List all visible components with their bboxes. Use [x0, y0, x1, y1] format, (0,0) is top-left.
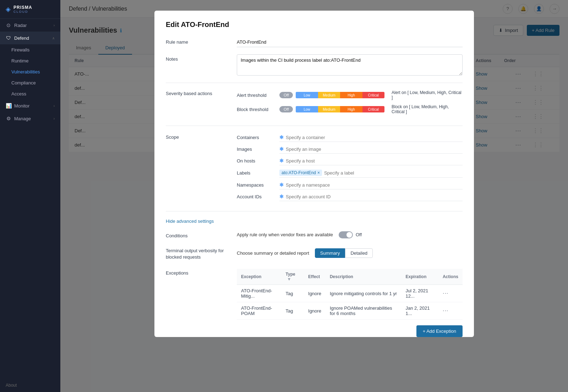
exceptions-row: Exceptions Exception Type ▼ Ef [166, 269, 463, 337]
scope-star-icon-2: ✱ [279, 146, 284, 152]
labels-input[interactable] [324, 170, 463, 176]
scope-namespaces-label: Namespaces [237, 182, 279, 188]
exception-row-0: ATO-FrontEnd-Mitig... Tag Ignore Ignore … [237, 285, 463, 302]
tag-close-icon[interactable]: × [317, 170, 320, 175]
scope-namespaces-row: Namespaces ✱ [237, 181, 463, 189]
filter-icon[interactable]: ▼ [287, 277, 291, 282]
scope-star-icon-4: ✱ [279, 182, 284, 188]
sidebar-about[interactable]: About [0, 379, 60, 392]
divider-1 [166, 83, 463, 83]
block-slider-bar[interactable]: Low Medium High Critical [296, 106, 384, 112]
notes-label: Notes [166, 54, 237, 62]
block-low-seg: Low [296, 106, 318, 112]
scope-labels-row: Labels ato:ATO-FrontEnd × [237, 168, 463, 178]
block-critical-seg: Critical [362, 106, 384, 112]
hosts-input[interactable] [286, 158, 463, 164]
exceptions-label: Exceptions [166, 269, 237, 276]
rule-name-input[interactable] [237, 37, 463, 47]
sidebar-item-label-monitor: Monitor [14, 103, 29, 109]
label-tag-chip: ato:ATO-FrontEnd × [279, 170, 322, 176]
notes-row: Notes [166, 54, 463, 76]
scope-star-icon-3: ✱ [279, 158, 284, 164]
rule-name-label: Rule name [166, 37, 237, 45]
sidebar-item-radar[interactable]: ⊙ Radar › [0, 19, 60, 32]
toggle-track[interactable] [339, 231, 353, 238]
alert-slider-bar[interactable]: Low Medium High Critical [296, 92, 384, 98]
exceptions-header: Exception Type ▼ Effect Description Expi… [237, 269, 463, 285]
sidebar-item-monitor[interactable]: 📊 Monitor › [0, 99, 60, 112]
severity-label: Severity based actions [166, 90, 237, 96]
sidebar-item-defend[interactable]: 🛡 Defend ∧ [0, 32, 60, 44]
namespaces-input[interactable] [286, 182, 463, 188]
col-exception: Exception [237, 269, 282, 285]
toggle-thumb [346, 232, 352, 238]
severity-section: Severity based actions Alert threshold O… [166, 90, 463, 118]
verbosity-summary-btn[interactable]: Summary [315, 248, 345, 258]
alert-high-seg: High [340, 92, 362, 98]
scope-star-icon: ✱ [279, 134, 284, 140]
logo-sub: CLOUD [13, 10, 32, 13]
scope-containers-label: Containers [237, 135, 279, 140]
sidebar: ◈ PRISMA CLOUD ⊙ Radar › 🛡 Defend ∧ Fire… [0, 0, 60, 392]
chevron-right-icon: › [54, 23, 55, 27]
scope-account-ids-row: Account IDs ✱ [237, 192, 463, 201]
block-off-badge: Off [279, 106, 293, 112]
sidebar-subitem-access[interactable]: Access [0, 88, 60, 99]
block-threshold-label: Block threshold [237, 107, 279, 112]
alert-critical-seg: Critical [362, 92, 384, 98]
account-ids-input[interactable] [286, 194, 463, 199]
col-expiration: Expiration [402, 269, 438, 285]
col-actions-header: Actions [438, 269, 463, 285]
exception-actions-1[interactable]: ··· [443, 308, 448, 314]
scope-row: Scope Containers ✱ Images ✱ [166, 133, 463, 204]
sidebar-item-manage[interactable]: ⚙ Manage › [0, 112, 60, 125]
alert-off-badge: Off [279, 92, 293, 98]
exceptions-table: Exception Type ▼ Effect Description Expi… [237, 269, 463, 320]
divider-2 [166, 126, 463, 126]
alert-low-seg: Low [296, 92, 318, 98]
modal-overlay: Edit ATO-FrontEnd Rule name Notes Severi… [60, 0, 568, 392]
notes-input[interactable] [237, 54, 463, 76]
add-exception-button[interactable]: + Add Exception [416, 325, 463, 337]
exception-row-1: ATO-FrontEnd-POAM Tag Ignore Ignore POAM… [237, 302, 463, 320]
containers-input[interactable] [286, 135, 463, 140]
toggle-switch[interactable]: Off [339, 231, 362, 238]
sidebar-subitem-vulnerabilities[interactable]: Vulnerabilities [0, 66, 60, 77]
conditions-label: Conditions [166, 231, 237, 238]
advanced-settings-link[interactable]: Hide advanced settings [166, 219, 214, 224]
scope-images-row: Images ✱ [237, 145, 463, 154]
chevron-down-icon: ∧ [52, 36, 55, 40]
chevron-right-monitor-icon: › [54, 104, 55, 108]
app-logo: ◈ PRISMA CLOUD [0, 0, 60, 19]
main-content: Defend / Vulnerabilities ? 🔔 👤 → Vulnera… [60, 0, 568, 392]
radar-icon: ⊙ [6, 22, 11, 28]
sidebar-item-label-radar: Radar [14, 23, 27, 28]
sidebar-subitem-firewalls[interactable]: Firewalls [0, 44, 60, 55]
alert-threshold-row: Alert threshold Off Low Medium High Crit… [237, 90, 463, 100]
logo-brand: PRISMA [13, 5, 32, 10]
alert-threshold-label: Alert threshold [237, 93, 279, 98]
scope-hosts-row: On hosts ✱ [237, 156, 463, 165]
label-tag-value: ato:ATO-FrontEnd [282, 170, 316, 175]
verbosity-detailed-btn[interactable]: Detailed [345, 248, 373, 258]
sidebar-subitem-compliance[interactable]: Compliance [0, 77, 60, 88]
edit-modal: Edit ATO-FrontEnd Rule name Notes Severi… [154, 11, 474, 337]
scope-labels-label: Labels [237, 170, 279, 176]
scope-images-label: Images [237, 147, 279, 152]
scope-containers-row: Containers ✱ [237, 133, 463, 142]
sidebar-item-label-manage: Manage [14, 116, 31, 121]
verbosity-label: Terminal output verbosity for blocked re… [166, 245, 237, 260]
sidebar-item-label-defend: Defend [14, 35, 29, 41]
scope-hosts-label: On hosts [237, 158, 279, 164]
col-type: Type ▼ [282, 269, 304, 285]
block-medium-seg: Medium [318, 106, 340, 112]
exception-actions-0[interactable]: ··· [443, 290, 448, 297]
verbosity-btn-group: Summary Detailed [315, 248, 373, 258]
divider-3 [166, 211, 463, 211]
block-threshold-row: Block threshold Off Low Medium High Crit… [237, 104, 463, 114]
manage-icon: ⚙ [6, 116, 11, 121]
col-effect: Effect [304, 269, 326, 285]
sidebar-subitem-runtime[interactable]: Runtime [0, 55, 60, 66]
verbosity-row: Terminal output verbosity for blocked re… [166, 245, 463, 260]
images-input[interactable] [286, 147, 463, 152]
